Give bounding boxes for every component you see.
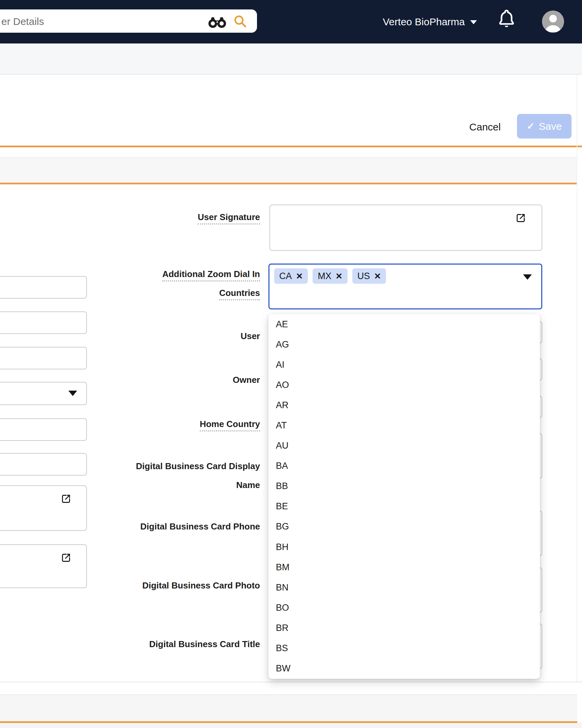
dropdown-option[interactable]: BO (269, 598, 540, 618)
dbc-photo-label: Digital Business Card Photo (81, 576, 260, 595)
selected-country-chip: CA✕ (274, 268, 308, 284)
selected-country-chip: MX✕ (312, 268, 347, 284)
chip-label: MX (317, 271, 331, 281)
dropdown-option[interactable]: BN (269, 577, 540, 598)
left-input-3[interactable] (0, 347, 87, 369)
user-signature-field[interactable] (270, 205, 542, 251)
next-section-bar (0, 694, 577, 722)
search-input[interactable] (1, 12, 184, 31)
search-submit-button[interactable] (233, 14, 248, 29)
dropdown-option[interactable]: BW (269, 658, 540, 679)
remove-chip-icon[interactable]: ✕ (335, 271, 342, 281)
user-label: User (81, 327, 260, 345)
content-right-edge (577, 75, 577, 681)
dropdown-option[interactable]: BH (269, 537, 540, 557)
user-avatar[interactable] (542, 10, 564, 33)
user-signature-label: User Signature (81, 208, 260, 227)
dropdown-option[interactable]: BE (269, 496, 540, 517)
left-input-4[interactable] (0, 418, 87, 441)
dropdown-option[interactable]: AO (269, 375, 540, 395)
open-external-icon[interactable] (60, 493, 72, 505)
remove-chip-icon[interactable]: ✕ (374, 271, 381, 281)
dropdown-option[interactable]: AU (269, 436, 540, 456)
dbc-title-label: Digital Business Card Title (81, 635, 260, 653)
cancel-button[interactable]: Cancel (465, 120, 505, 133)
save-button[interactable]: ✓ Save (517, 114, 572, 138)
subheader-border (0, 74, 582, 75)
check-icon: ✓ (527, 121, 534, 132)
country-dropdown: AEAGAIAOARATAUBABBBEBGBHBMBNBOBRBSBW (269, 314, 540, 679)
dropdown-option[interactable]: BB (269, 476, 540, 496)
dropdown-option[interactable]: BG (269, 517, 540, 537)
chevron-down-icon (68, 391, 77, 396)
additional-zoom-countries-multiselect[interactable]: CA✕MX✕US✕ (269, 264, 542, 309)
top-navbar: Verteo BioPharma (0, 0, 582, 44)
dropdown-option[interactable]: BR (269, 618, 540, 638)
subheader-strip (0, 44, 582, 74)
page: Verteo BioPharma Cancel ✓ Save (0, 0, 582, 728)
chevron-down-icon (470, 20, 477, 24)
left-richtext-2[interactable] (0, 544, 87, 588)
dropdown-option[interactable]: AT (269, 415, 540, 436)
open-external-icon[interactable] (60, 552, 72, 564)
chip-label: US (357, 271, 370, 281)
selected-country-chips: CA✕MX✕US✕ (274, 268, 386, 284)
left-input-1[interactable] (0, 276, 87, 298)
dropdown-option[interactable]: BA (269, 456, 540, 476)
home-country-label: Home Country (81, 415, 260, 434)
bell-icon (496, 7, 517, 33)
chevron-down-icon (523, 274, 532, 280)
dropdown-option[interactable]: AG (269, 334, 540, 355)
dropdown-option[interactable]: BM (269, 557, 540, 577)
search-icon (233, 14, 248, 29)
dropdown-option[interactable]: AE (269, 314, 540, 334)
section-header-bar (0, 157, 577, 183)
dropdown-option[interactable]: AI (269, 355, 540, 375)
dbc-display-name-label: Digital Business Card Display Name (81, 457, 260, 494)
remove-chip-icon[interactable]: ✕ (296, 271, 303, 281)
additional-zoom-countries-label: Additional Zoom Dial In Countries (81, 265, 260, 302)
org-name: Verteo BioPharma (364, 15, 465, 29)
selected-country-chip: US✕ (352, 268, 386, 284)
binoculars-icon (207, 16, 227, 28)
dbc-phone-label: Digital Business Card Phone (81, 517, 260, 536)
org-menu[interactable]: Verteo BioPharma (364, 15, 478, 29)
header-divider (0, 146, 582, 147)
owner-label: Owner (81, 370, 260, 389)
advanced-search-button[interactable] (207, 16, 227, 28)
left-input-2[interactable] (0, 311, 87, 334)
person-icon (542, 10, 564, 33)
chip-label: CA (279, 271, 292, 281)
next-section-underline (0, 721, 577, 723)
section-bottom-border (0, 681, 582, 682)
dropdown-option[interactable]: BS (269, 638, 540, 658)
section-header-underline (0, 183, 577, 184)
save-button-label: Save (539, 121, 562, 132)
left-richtext-1[interactable] (0, 485, 87, 531)
footer-strip (0, 723, 582, 728)
dropdown-option[interactable]: AR (269, 395, 540, 415)
left-input-5[interactable] (0, 453, 87, 475)
notifications-button[interactable] (496, 7, 517, 33)
open-external-icon[interactable] (515, 212, 527, 224)
